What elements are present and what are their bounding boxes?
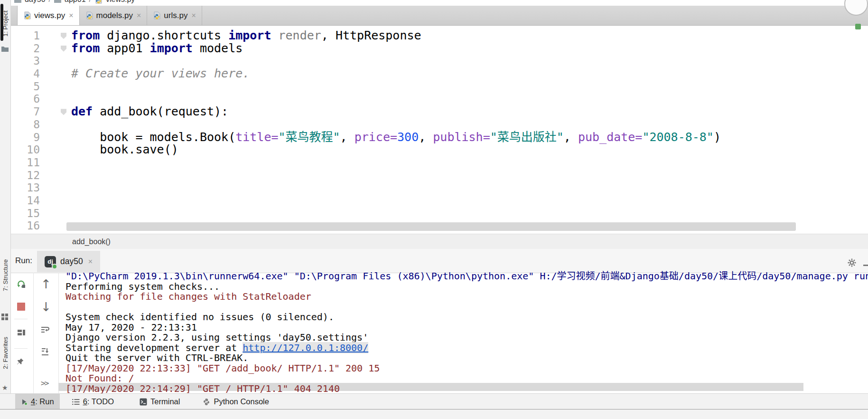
code-line: # Create your views here. — [71, 67, 721, 80]
editor-tab-urls-py[interactable]: urls.py× — [147, 6, 202, 25]
python-file-icon — [23, 11, 31, 19]
toolwindow-button-todo[interactable]: 6: TODO — [66, 394, 120, 409]
todo-icon — [72, 399, 80, 405]
console-line: Performing system checks... — [65, 282, 868, 292]
code-token: pub_date= — [578, 130, 642, 144]
console-link[interactable]: http://127.0.0.1:8000/ — [243, 342, 368, 353]
code-token: from — [71, 29, 100, 42]
breadcrumb-item[interactable]: app01 — [65, 0, 86, 4]
breadcrumb-item[interactable]: day50 — [25, 0, 46, 4]
code-line — [71, 118, 721, 131]
divider — [14, 348, 28, 349]
code-token: publish= — [433, 130, 490, 144]
stop-icon[interactable] — [17, 303, 25, 311]
code-token: , — [564, 130, 578, 144]
code-token: "菜鸟教程" — [279, 130, 340, 144]
console-text: Quit the server with CTRL-BREAK. — [65, 352, 248, 363]
left-toolwindow-stripe: 1: Project 7: Structure 2: Favorites ★ — [0, 0, 11, 393]
console-line: [17/May/2020 22:14:29] "GET / HTTP/1.1" … — [65, 384, 868, 394]
console-line: Django version 2.2.3, using settings 'da… — [65, 333, 868, 343]
line-number: 11 — [12, 156, 40, 169]
toolwindow-button-terminal[interactable]: Terminal — [134, 394, 186, 409]
console-text: Not Found: / — [65, 372, 134, 384]
code-token: import — [150, 41, 193, 55]
button-label: Terminal — [150, 397, 180, 406]
toolwindow-button-favorites[interactable]: 2: Favorites — [2, 321, 9, 385]
code-token: django.shortcuts — [100, 29, 228, 42]
toolwindow-button-run[interactable]: 4: Run — [15, 394, 60, 409]
label-rest: : TODO — [87, 397, 114, 406]
line-number: 14 — [12, 194, 40, 207]
toolwindow-button-python-console[interactable]: Python Console — [197, 394, 275, 409]
label-rest: : Run — [35, 397, 54, 406]
console-line — [65, 302, 868, 313]
console-text: System check identified no issues (0 sil… — [65, 311, 334, 323]
line-number: 3 — [12, 55, 40, 67]
code-editor[interactable]: 12345678910111213141516 from django.shor… — [10, 25, 868, 234]
console-line: Watching for file changes with StatReloa… — [65, 292, 868, 302]
code-token: "2008-8-8" — [642, 130, 714, 144]
close-icon[interactable]: × — [137, 11, 141, 20]
run-configuration-tab[interactable]: dj day50 × — [37, 251, 100, 272]
console-text: "D:\PyCharm 2019.1.3\bin\runnerw64.exe" … — [65, 270, 868, 282]
toolwindow-button-structure[interactable]: 7: Structure — [2, 239, 9, 311]
python-file-icon — [153, 11, 161, 19]
code-token: "菜鸟出版社" — [490, 130, 564, 144]
rerun-icon[interactable] — [16, 279, 27, 289]
console-line: Not Found: / — [65, 373, 868, 384]
status-bar: Data Sources Detected: Connection proper… — [0, 409, 868, 419]
inspection-status-indicator[interactable] — [855, 24, 861, 29]
console-line: System check identified no issues (0 sil… — [65, 312, 868, 323]
editor-tab-views-py[interactable]: views.py× — [17, 6, 80, 25]
restore-layout-icon[interactable] — [17, 329, 26, 336]
console-text: May 17, 2020 - 22:13:31 — [65, 322, 197, 333]
project-folder-icon[interactable] — [1, 46, 9, 52]
python-console-icon — [203, 398, 210, 406]
fold-marker[interactable] — [61, 33, 66, 39]
more-options-icon[interactable]: >> — [41, 379, 48, 388]
code-token: price= — [355, 130, 397, 144]
current-function-label[interactable]: add_book() — [72, 234, 111, 249]
run-panel-title: Run: — [15, 249, 32, 273]
line-number: 9 — [12, 131, 40, 144]
structure-grid-icon[interactable] — [1, 314, 8, 320]
breadcrumb-item[interactable]: views.py — [106, 0, 135, 4]
code-line: from app01 import models — [71, 42, 721, 55]
toolbar-divider — [58, 273, 59, 393]
code-area[interactable]: from django.shortcuts import render, Htt… — [71, 29, 721, 232]
code-token: book.save() — [71, 143, 178, 156]
code-token: add_book(request): — [93, 105, 228, 118]
fold-marker[interactable] — [61, 109, 66, 115]
console-output[interactable]: "D:\PyCharm 2019.1.3\bin\runnerw64.exe" … — [65, 271, 868, 394]
soft-wrap-icon[interactable] — [40, 325, 50, 334]
button-label: Python Console — [214, 397, 269, 406]
console-line: "D:\PyCharm 2019.1.3\bin\runnerw64.exe" … — [65, 271, 868, 282]
line-number: 16 — [12, 219, 40, 232]
toolwindow-button-project[interactable]: 1: Project — [2, 4, 9, 44]
code-line: book.save() — [71, 143, 721, 156]
star-icon[interactable]: ★ — [2, 384, 8, 391]
line-number: 6 — [12, 93, 40, 105]
line-number-gutter: 12345678910111213141516 — [12, 29, 40, 232]
folder-icon — [14, 0, 21, 3]
run-panel-header: Run: dj day50 × — [10, 249, 868, 273]
hide-panel-icon[interactable] — [863, 265, 868, 266]
terminal-icon — [140, 398, 147, 406]
arrow-up-icon[interactable]: ↑ — [41, 278, 51, 290]
editor-tab-models-py[interactable]: models.py× — [80, 6, 148, 25]
line-number: 7 — [12, 105, 40, 118]
console-line: Starting development server at http://12… — [65, 343, 868, 353]
close-icon[interactable]: × — [191, 11, 196, 20]
close-icon[interactable]: × — [88, 257, 93, 266]
horizontal-scrollbar[interactable] — [66, 222, 796, 231]
gear-icon[interactable] — [847, 257, 857, 270]
scroll-to-end-icon[interactable] — [41, 347, 49, 356]
toolbar-divider — [33, 273, 34, 393]
hotkey-char: 6 — [83, 397, 87, 406]
arrow-down-icon[interactable]: ↓ — [41, 301, 51, 313]
fold-marker[interactable] — [61, 46, 66, 52]
close-icon[interactable]: × — [69, 11, 73, 20]
code-token: book = models.Book( — [71, 130, 235, 144]
code-token: import — [228, 29, 271, 42]
pin-icon[interactable] — [16, 357, 25, 366]
